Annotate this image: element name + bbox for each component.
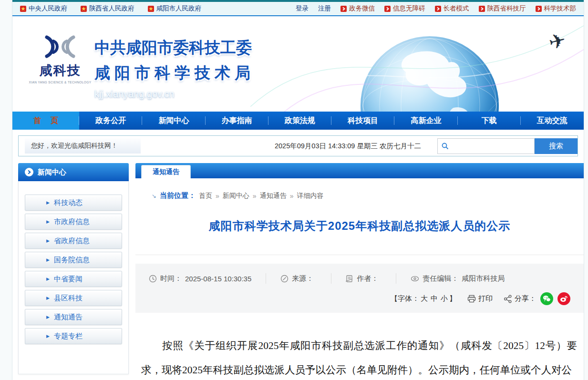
national-emblem-icon bbox=[20, 5, 26, 12]
clock-icon bbox=[149, 275, 157, 283]
link-shaanxi-st-dept[interactable]: 陕西省科技厅 bbox=[479, 4, 526, 13]
breadcrumb-separator: » bbox=[253, 192, 257, 200]
font-size-suffix: 】 bbox=[449, 294, 456, 302]
bullet-icon: ▶ bbox=[46, 334, 50, 339]
meta-time-label: 时间： bbox=[160, 274, 182, 283]
meta-source: 来源： bbox=[280, 273, 331, 284]
sidebar-item-state-council-info[interactable]: ▶国务院信息 bbox=[25, 252, 122, 268]
sidebar-item-notices[interactable]: ▶通知通告 bbox=[25, 309, 122, 325]
search-button[interactable]: 搜索 bbox=[535, 138, 578, 154]
logo-caption: XIAN YANG SCIENCE & TECHNOLOGY bbox=[29, 81, 92, 84]
sidebar-item-label: 科技动态 bbox=[54, 198, 83, 207]
nav-item-downloads[interactable]: 下载 bbox=[458, 112, 521, 130]
breadcrumb-notices[interactable]: 通知通告 bbox=[260, 192, 287, 200]
topbar-right: 登录 注册 政务微信 信息无障碍 长者模式 陕西省科技厅 科学技术部 bbox=[296, 4, 576, 13]
bullet-icon: ▶ bbox=[46, 296, 50, 300]
meta-editor-label: 责任编辑： bbox=[423, 274, 458, 283]
font-size-small[interactable]: 小 bbox=[441, 294, 448, 302]
meta-author: 作者： bbox=[346, 273, 396, 284]
sidebar-item-county-sci-tech[interactable]: ▶县区科技 bbox=[25, 290, 122, 306]
tab-notices[interactable]: 通知通告 bbox=[141, 165, 191, 178]
meta-editor-value: 咸阳市科技局 bbox=[462, 274, 505, 283]
article-meta-box: 时间： 2025-08-15 10:30:35 来源： 作者： bbox=[135, 264, 584, 313]
share-weibo-button[interactable] bbox=[557, 292, 570, 305]
share-widget: 分享： bbox=[504, 294, 536, 303]
sidebar-item-special-columns[interactable]: ▶专题专栏 bbox=[25, 328, 122, 344]
sidebar-item-city-gov-info[interactable]: ▶市政府信息 bbox=[25, 214, 122, 230]
meta-author-label: 作者： bbox=[357, 274, 378, 283]
sidebar: 新闻中心 ▶科技动态 ▶市政府信息 ▶省政府信息 ▶国务院信息 ▶中省要闻 ▶县… bbox=[18, 163, 129, 380]
nav-item-interaction[interactable]: 互动交流 bbox=[521, 112, 584, 130]
banner-title-line2: 咸阳市科学技术局 bbox=[94, 62, 255, 84]
breadcrumb-home[interactable]: 首页 bbox=[199, 192, 212, 200]
breadcrumb-news-center[interactable]: 新闻中心 bbox=[223, 192, 249, 200]
font-size-large[interactable]: 大 bbox=[421, 294, 428, 302]
link-accessibility[interactable]: 信息无障碍 bbox=[384, 4, 425, 13]
search-box: 搜索 bbox=[437, 138, 578, 154]
sidebar-item-province-gov-info[interactable]: ▶省政府信息 bbox=[25, 233, 122, 249]
page-container: 中央人民政府 陕西省人民政府 咸阳市人民政府 登录 注册 政务微信 信息无障碍 bbox=[12, 0, 584, 380]
nav-item-policies[interactable]: 政策法规 bbox=[268, 112, 331, 130]
sidebar-header-news-center: 新闻中心 bbox=[18, 163, 129, 181]
nav-item-sci-projects[interactable]: 科技项目 bbox=[331, 112, 394, 130]
quick-link-label: 长者模式 bbox=[444, 4, 469, 13]
airplane-graphic: ✈ bbox=[546, 28, 568, 54]
gov-links: 中央人民政府 陕西省人民政府 咸阳市人民政府 bbox=[20, 4, 201, 13]
search-input[interactable] bbox=[452, 142, 528, 150]
nav-item-home[interactable]: 首 页 bbox=[12, 112, 79, 130]
sidebar-item-sci-trends[interactable]: ▶科技动态 bbox=[25, 195, 122, 211]
search-icon bbox=[442, 143, 449, 150]
sidebar-item-label: 专题专栏 bbox=[54, 332, 83, 341]
link-shaanxi-gov[interactable]: 陕西省人民政府 bbox=[81, 4, 134, 13]
gov-link-label: 陕西省人民政府 bbox=[89, 4, 134, 13]
main-nav: 首 页 政务公开 新闻中心 办事指南 政策法规 科技项目 高新企业 下载 互动交… bbox=[12, 112, 584, 130]
banner-title-line1: 中共咸阳市委科技工委 bbox=[94, 37, 255, 59]
nav-item-hightech-enterprise[interactable]: 高新企业 bbox=[394, 112, 457, 130]
logo-wave-icon bbox=[36, 34, 84, 59]
info-bar: 您好，欢迎光临咸阳科技网！ 2025年09月03日 14:33:09 星期三 农… bbox=[18, 135, 578, 156]
share-wechat-button[interactable] bbox=[540, 292, 553, 305]
meta-editor: 责任编辑： 咸阳市科技局 bbox=[411, 273, 519, 284]
red-arrow-icon bbox=[536, 6, 542, 12]
breadcrumb-detail: 详细内容 bbox=[297, 192, 323, 200]
globe-graphic bbox=[361, 36, 499, 112]
gov-link-label: 咸阳市人民政府 bbox=[156, 4, 202, 13]
logo-text: 咸科技 bbox=[29, 62, 92, 79]
site-logo[interactable]: 咸科技 XIAN YANG SCIENCE & TECHNOLOGY bbox=[29, 34, 92, 84]
meta-time-value: 2025-08-15 10:30:35 bbox=[185, 275, 251, 283]
print-label: 打印 bbox=[478, 294, 493, 303]
quick-link-label: 政务微信 bbox=[349, 4, 375, 13]
bullet-icon: ▶ bbox=[46, 277, 50, 281]
content-tab-bar: 通知通告 bbox=[135, 163, 584, 178]
link-xianyang-gov[interactable]: 咸阳市人民政府 bbox=[148, 4, 202, 13]
sidebar-item-label: 中省要闻 bbox=[54, 275, 83, 284]
font-size-medium[interactable]: 中 bbox=[431, 294, 438, 302]
print-button[interactable]: 打印 bbox=[467, 294, 493, 303]
link-elder-mode[interactable]: 长者模式 bbox=[435, 4, 469, 13]
red-arrow-icon bbox=[340, 6, 347, 12]
font-size-widget: 【字体：大中小】 bbox=[391, 294, 456, 303]
printer-icon bbox=[467, 295, 476, 303]
circle-arrow-icon bbox=[25, 168, 33, 176]
sidebar-item-label: 县区科技 bbox=[54, 294, 83, 303]
nav-item-service-guide[interactable]: 办事指南 bbox=[206, 112, 268, 130]
sidebar-item-central-province-news[interactable]: ▶中省要闻 bbox=[25, 271, 122, 287]
breadcrumb-separator: » bbox=[216, 192, 219, 200]
site-url: kjj.xianyang.gov.cn bbox=[94, 89, 255, 100]
meta-time: 时间： 2025-08-15 10:30:35 bbox=[149, 273, 266, 284]
national-emblem-icon bbox=[81, 5, 87, 12]
login-link[interactable]: 登录 bbox=[296, 4, 309, 13]
breadcrumb-label: 当前位置： bbox=[160, 191, 196, 200]
top-utility-bar: 中央人民政府 陕西省人民政府 咸阳市人民政府 登录 注册 政务微信 信息无障碍 bbox=[12, 0, 584, 16]
datetime-text: 2025年09月03日 14:33:09 星期三 农历七月十二 bbox=[275, 142, 421, 151]
link-most[interactable]: 科学技术部 bbox=[536, 4, 577, 13]
link-gov-wechat[interactable]: 政务微信 bbox=[340, 4, 375, 13]
article-title: 咸阳市科学技术局关于2025年科技副总拟选派人员的公示 bbox=[135, 218, 584, 234]
nav-item-gov-disclosure[interactable]: 政务公开 bbox=[79, 112, 142, 130]
national-emblem-icon bbox=[148, 5, 154, 12]
link-central-gov[interactable]: 中央人民政府 bbox=[20, 4, 67, 13]
sidebar-item-label: 通知通告 bbox=[54, 313, 83, 322]
bullet-icon: ▶ bbox=[46, 219, 50, 224]
nav-item-news-center[interactable]: 新闻中心 bbox=[142, 112, 205, 130]
register-link[interactable]: 注册 bbox=[318, 4, 331, 13]
